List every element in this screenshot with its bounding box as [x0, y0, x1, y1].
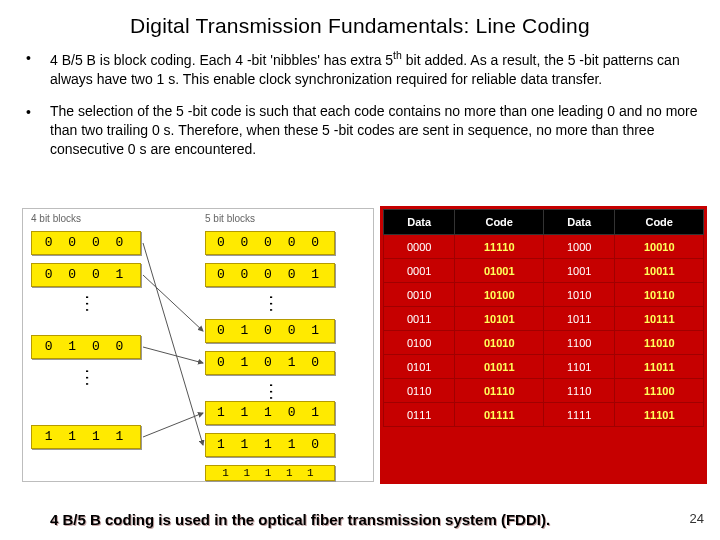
code-cell: 11110	[455, 235, 544, 259]
table-header: Data	[543, 210, 614, 235]
code-cell: 10101	[455, 307, 544, 331]
block-5bit: 1 1 1 1 0	[205, 433, 335, 457]
code-table: Data Code Data Code 00001111010001001000…	[380, 206, 707, 484]
bullet-text: 4 B/5 B is block coding. Each 4 -bit 'ni…	[50, 48, 698, 88]
svg-line-0	[143, 243, 203, 445]
data-cell: 0100	[384, 331, 455, 355]
code-cell: 11100	[615, 379, 704, 403]
page-number: 24	[690, 511, 704, 526]
table-header: Code	[615, 210, 704, 235]
block-5bit: 0 1 0 1 0	[205, 351, 335, 375]
svg-line-1	[143, 275, 203, 331]
code-cell: 01010	[455, 331, 544, 355]
table-row: 010001010110011010	[384, 331, 704, 355]
bullet-item: • 4 B/5 B is block coding. Each 4 -bit '…	[26, 48, 698, 88]
block-4bit: 0 0 0 1	[31, 263, 141, 287]
code-cell: 01011	[455, 355, 544, 379]
code-cell: 11010	[615, 331, 704, 355]
code-cell: 11011	[615, 355, 704, 379]
svg-line-3	[143, 413, 203, 437]
label-4bit: 4 bit blocks	[31, 213, 81, 224]
block-5bit: 1 1 1 1 1	[205, 465, 335, 481]
bullet-text: The selection of the 5 -bit code is such…	[50, 102, 698, 159]
data-cell: 1100	[543, 331, 614, 355]
block-4bit: 0 0 0 0	[31, 231, 141, 255]
block-4bit: 1 1 1 1	[31, 425, 141, 449]
data-cell: 0011	[384, 307, 455, 331]
data-cell: 0001	[384, 259, 455, 283]
data-cell: 1111	[543, 403, 614, 427]
table-row: 011101111111111101	[384, 403, 704, 427]
table-header: Data	[384, 210, 455, 235]
bullet-mark: •	[26, 48, 50, 88]
ellipsis-icon: ...	[83, 367, 97, 386]
bullet-item: • The selection of the 5 -bit code is su…	[26, 102, 698, 159]
table-row: 000101001100110011	[384, 259, 704, 283]
ellipsis-icon: ...	[83, 293, 97, 312]
code-cell: 10100	[455, 283, 544, 307]
code-cell: 10111	[615, 307, 704, 331]
block-5bit: 1 1 1 0 1	[205, 401, 335, 425]
bullet-mark: •	[26, 102, 50, 159]
code-cell: 11101	[615, 403, 704, 427]
data-cell: 1000	[543, 235, 614, 259]
data-cell: 1011	[543, 307, 614, 331]
code-cell: 10011	[615, 259, 704, 283]
label-5bit: 5 bit blocks	[205, 213, 255, 224]
block-5bit: 0 0 0 0 0	[205, 231, 335, 255]
data-cell: 0000	[384, 235, 455, 259]
table-row: 011001110111011100	[384, 379, 704, 403]
block-4bit: 0 1 0 0	[31, 335, 141, 359]
page-title: Digital Transmission Fundamentals: Line …	[0, 0, 720, 48]
table-row: 000011110100010010	[384, 235, 704, 259]
data-cell: 1010	[543, 283, 614, 307]
data-cell: 0101	[384, 355, 455, 379]
code-cell: 01001	[455, 259, 544, 283]
footer-caption: 4 B/5 B coding is used in the optical fi…	[50, 511, 550, 528]
table-row: 010101011110111011	[384, 355, 704, 379]
block-diagram: 4 bit blocks 5 bit blocks 0 0 0 0 0 0 0 …	[22, 208, 374, 482]
ellipsis-icon: ...	[267, 293, 281, 312]
code-cell: 10110	[615, 283, 704, 307]
data-cell: 1101	[543, 355, 614, 379]
ellipsis-icon: ...	[267, 381, 281, 400]
data-cell: 1110	[543, 379, 614, 403]
block-5bit: 0 0 0 0 1	[205, 263, 335, 287]
table-row: 001110101101110111	[384, 307, 704, 331]
block-5bit: 0 1 0 0 1	[205, 319, 335, 343]
data-cell: 0111	[384, 403, 455, 427]
data-cell: 0110	[384, 379, 455, 403]
data-cell: 1001	[543, 259, 614, 283]
data-cell: 0010	[384, 283, 455, 307]
code-cell: 01110	[455, 379, 544, 403]
bullet-list: • 4 B/5 B is block coding. Each 4 -bit '…	[0, 48, 720, 159]
code-cell: 10010	[615, 235, 704, 259]
svg-line-2	[143, 347, 203, 363]
table-row: 001010100101010110	[384, 283, 704, 307]
table-header: Code	[455, 210, 544, 235]
code-cell: 01111	[455, 403, 544, 427]
